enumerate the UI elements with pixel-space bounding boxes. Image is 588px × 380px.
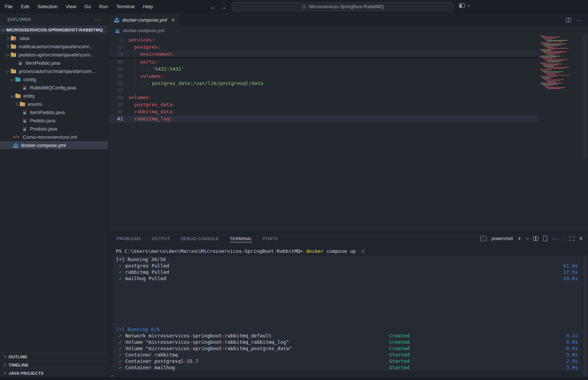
code-editor[interactable]: 3services:25postgres:29environment:33por… bbox=[109, 35, 538, 232]
breadcrumb[interactable]: docker-compose.yml bbox=[109, 27, 588, 35]
menu-item-run[interactable]: Run bbox=[95, 0, 112, 13]
file-tree: .ideanotificacao\src\main\java\br\com\..… bbox=[0, 34, 108, 149]
code-line-39[interactable]: 39postgres_data: bbox=[109, 101, 538, 108]
code-line-33[interactable]: 33ports: bbox=[109, 58, 538, 65]
minimap-line bbox=[540, 49, 555, 50]
tree-item-rabbitmqconfig-java[interactable]: RabbitMQConfig.java bbox=[0, 83, 108, 92]
code-line-38[interactable]: 38volumes: bbox=[109, 94, 538, 101]
close-icon[interactable]: ✕ bbox=[171, 17, 175, 23]
sidebar-section-outline[interactable]: OUTLINE bbox=[0, 352, 108, 361]
maximize-panel-icon[interactable] bbox=[570, 236, 574, 241]
explorer-title: EXPLORER bbox=[7, 17, 31, 22]
sidebar-section-java-projects[interactable]: JAVA PROJECTS bbox=[0, 369, 108, 377]
code-line-3[interactable]: 3services: bbox=[109, 36, 538, 43]
minimap-line bbox=[546, 40, 567, 41]
customize-layout-icon[interactable] bbox=[459, 3, 465, 8]
launch-profile-chevron-icon[interactable] bbox=[526, 236, 529, 239]
check-icon: ✓ bbox=[116, 275, 125, 282]
command-segment: compose up bbox=[324, 248, 359, 254]
tree-item-itempedido-java[interactable]: ItemPedido.java bbox=[0, 108, 108, 116]
tree-item-idea[interactable]: .idea bbox=[0, 34, 108, 42]
panel-tab-ports[interactable]: PORTS bbox=[263, 232, 278, 245]
tab-docker-compose[interactable]: docker-compose.yml ✕ bbox=[109, 13, 179, 27]
terminal-duration: 17.5s bbox=[563, 269, 578, 275]
menu-item-view[interactable]: View bbox=[62, 0, 80, 13]
indent-guide bbox=[135, 50, 140, 58]
shell-label[interactable]: powershell bbox=[492, 236, 513, 241]
menu-item-go[interactable]: Go bbox=[80, 0, 95, 13]
minimap-line bbox=[543, 45, 561, 45]
prompt-path: PS C:\Users\marco\dev\Marcos\Microsservi… bbox=[116, 248, 306, 254]
code-line-35[interactable]: 35volumes: bbox=[109, 73, 538, 80]
terminal-resource: mailhog Pulled bbox=[125, 275, 389, 282]
tree-item-docker-compose-yml[interactable]: docker-compose.yml bbox=[0, 141, 108, 149]
menu-item-selection[interactable]: Selection bbox=[33, 0, 61, 13]
terminal[interactable]: PS C:\Users\marco\dev\Marcos\Microsservi… bbox=[109, 245, 588, 377]
tree-item-entity[interactable]: entity bbox=[0, 92, 108, 100]
code-line-37[interactable]: 37 bbox=[109, 87, 538, 94]
terminal-resource: Volume "microsservicos-springboot-rabbit… bbox=[125, 345, 389, 352]
menu-item-terminal[interactable]: Terminal bbox=[112, 0, 139, 13]
minimap[interactable] bbox=[538, 35, 582, 232]
split-terminal-icon[interactable] bbox=[533, 236, 538, 241]
editor-scrollbar[interactable] bbox=[582, 35, 588, 232]
terminal-status: Created bbox=[389, 332, 410, 339]
menu-item-edit[interactable]: Edit bbox=[17, 0, 33, 13]
code-line-34[interactable]: 34- '5432:5432' bbox=[109, 65, 538, 73]
code-token: postgres: bbox=[134, 43, 160, 50]
panel-tab-debug-console[interactable]: DEBUG CONSOLE bbox=[181, 232, 219, 245]
split-editor-icon[interactable] bbox=[566, 18, 571, 22]
tree-item-curso-microsservicos-iml[interactable]: </>Curso-microsservicos.iml bbox=[0, 133, 108, 141]
tree-item-enums[interactable]: enums bbox=[0, 100, 108, 108]
folder-icon bbox=[15, 94, 21, 98]
tree-item-itempedido-java[interactable]: ItemPedido.java bbox=[0, 59, 108, 67]
sidebar-section-timeline[interactable]: TIMELINE bbox=[0, 361, 108, 369]
tree-item-produto-java[interactable]: Produto.java bbox=[0, 125, 108, 133]
menu-item-file[interactable]: File bbox=[1, 0, 17, 13]
close-panel-icon[interactable]: × bbox=[579, 236, 583, 241]
kill-terminal-icon[interactable] bbox=[543, 237, 547, 241]
terminal-heading: [+] Running 6/6 bbox=[116, 326, 160, 332]
forward-arrow-icon[interactable]: → bbox=[221, 4, 227, 10]
terminal-resource: Container mailhog bbox=[125, 364, 389, 371]
new-terminal-icon[interactable]: + bbox=[518, 235, 521, 242]
code-line-25[interactable]: 25postgres: bbox=[109, 43, 538, 50]
code-line-29[interactable]: 29environment: bbox=[109, 50, 538, 58]
tree-item-pedido-java[interactable]: Pedido.java bbox=[0, 116, 108, 125]
bottom-panel: PROBLEMSOUTPUTDEBUG CONSOLETERMINALPORTS… bbox=[109, 232, 588, 377]
panel-tab-output[interactable]: OUTPUT bbox=[152, 232, 170, 245]
panel-tab-problems[interactable]: PROBLEMS bbox=[117, 232, 141, 245]
terminal-row-14: ✓Volume "microsservicos-springboot-rabbi… bbox=[116, 345, 578, 352]
code-line-41[interactable]: 41rabbitmq_log: bbox=[109, 115, 538, 122]
terminal-duration: 0.0s bbox=[566, 345, 578, 352]
terminal-scrollbar[interactable] bbox=[582, 245, 588, 377]
line-number: 35 bbox=[109, 73, 128, 80]
menu-item-help[interactable]: Help bbox=[139, 0, 157, 13]
tree-item-label: Curso-microsservicos.iml bbox=[23, 134, 77, 140]
chevron-down-icon bbox=[10, 94, 14, 97]
panel-tab-terminal[interactable]: TERMINAL bbox=[230, 232, 252, 245]
minimap-line bbox=[541, 43, 566, 44]
terminal-resource: postgres Pulled bbox=[125, 263, 389, 269]
code-line-40[interactable]: 40rabbitmq_data: bbox=[109, 108, 538, 115]
command-center-search[interactable]: Microsservicos-SpringBoot-RabbitMQ bbox=[232, 2, 454, 11]
more-actions-icon[interactable]: ··· bbox=[576, 17, 583, 23]
minimap-line bbox=[547, 88, 561, 89]
workspace-root-folder[interactable]: MICROSSERVICOS-SPRINGBOOT-RABBITMQ bbox=[0, 25, 108, 34]
minimap-line bbox=[543, 65, 558, 65]
config-folder-icon bbox=[15, 77, 21, 82]
tree-item-pedidos-api-src-main-java-br-com[interactable]: pedidos-api\src\main\java\br\com... bbox=[0, 50, 108, 59]
tree-item-config[interactable]: config bbox=[0, 75, 108, 83]
terminal-row-4 bbox=[116, 282, 578, 288]
more-actions-icon[interactable]: ··· bbox=[552, 236, 558, 242]
tree-item-notificacao-src-main-java-br-com[interactable]: notificacao\src\main\java\br\com\... bbox=[0, 42, 108, 50]
chevron-down-icon[interactable] bbox=[467, 3, 470, 6]
indent-guide bbox=[128, 101, 134, 108]
more-actions-icon[interactable]: ··· bbox=[95, 16, 101, 22]
java-file-icon bbox=[22, 110, 28, 115]
tree-item-processador-src-main-java-br-com[interactable]: processador\src\main\java\br\com... bbox=[0, 67, 108, 75]
back-arrow-icon[interactable]: ← bbox=[210, 4, 216, 10]
folder-icon bbox=[11, 52, 16, 57]
terminal-row-5 bbox=[116, 288, 578, 294]
code-line-36[interactable]: 36- postgres_data:/var/lib/postgresql/da… bbox=[109, 80, 538, 87]
